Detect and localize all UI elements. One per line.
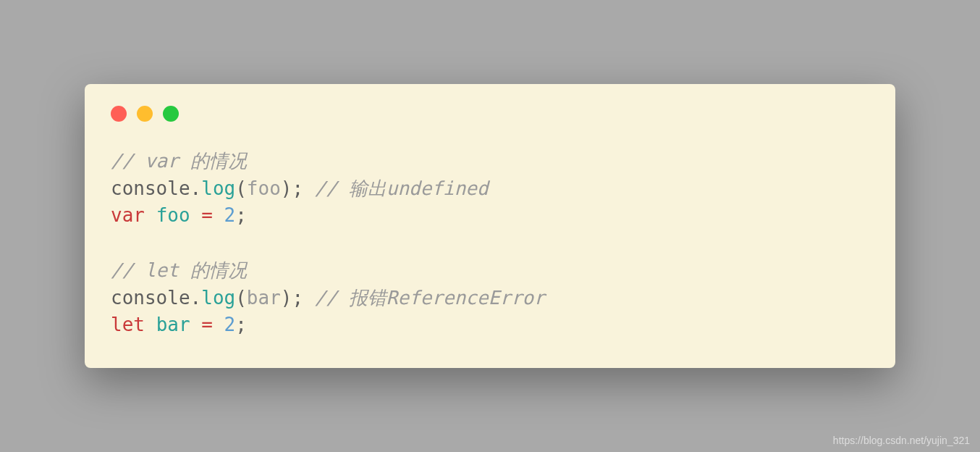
- code-keyword: let: [111, 314, 145, 335]
- code-method: log: [201, 177, 235, 199]
- code-keyword: var: [111, 204, 145, 226]
- code-space: [190, 314, 202, 335]
- code-punct: ;: [235, 204, 247, 226]
- code-space: [145, 204, 156, 226]
- code-operator: =: [201, 204, 213, 226]
- code-punct: ): [281, 287, 292, 309]
- code-object: console: [111, 287, 190, 309]
- code-comment: // 输出undefined: [315, 177, 489, 199]
- code-operator: =: [201, 314, 213, 335]
- code-varname: bar: [156, 314, 190, 335]
- code-space: [303, 177, 315, 199]
- code-number: 2: [224, 204, 236, 226]
- code-punct: (: [235, 287, 247, 309]
- code-method: log: [201, 287, 235, 309]
- close-icon[interactable]: [111, 106, 127, 122]
- maximize-icon[interactable]: [163, 106, 179, 122]
- code-punct: .: [190, 177, 202, 199]
- code-comment: // let 的情况: [111, 259, 247, 281]
- code-punct: ;: [235, 314, 247, 335]
- code-punct: ;: [292, 287, 303, 309]
- code-window: // var 的情况 console.log(foo); // 输出undefi…: [85, 84, 895, 368]
- code-space: [303, 287, 315, 309]
- code-space: [213, 314, 224, 335]
- minimize-icon[interactable]: [137, 106, 153, 122]
- code-punct: ): [281, 177, 292, 199]
- code-comment: // 报错ReferenceError: [315, 287, 545, 309]
- traffic-lights: [111, 106, 869, 122]
- code-comment: // var 的情况: [111, 150, 247, 172]
- code-space: [190, 204, 202, 226]
- code-number: 2: [224, 314, 236, 335]
- code-punct: .: [190, 287, 202, 309]
- code-varname: foo: [156, 204, 190, 226]
- code-space: [213, 204, 224, 226]
- code-space: [145, 314, 156, 335]
- code-punct: ;: [292, 177, 303, 199]
- code-param: foo: [247, 177, 281, 199]
- code-punct: (: [235, 177, 247, 199]
- watermark: https://blog.csdn.net/yujin_321: [833, 435, 970, 446]
- code-object: console: [111, 177, 190, 199]
- code-block: // var 的情况 console.log(foo); // 输出undefi…: [111, 148, 869, 339]
- code-param: bar: [247, 287, 281, 309]
